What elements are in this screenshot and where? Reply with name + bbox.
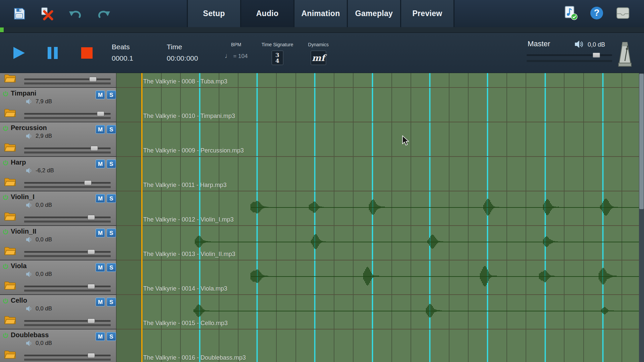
volume-slider-rail[interactable] [24,251,111,253]
volume-slider-rail[interactable] [24,320,111,322]
master-volume-handle[interactable] [593,53,600,58]
open-file-button[interactable] [4,108,16,119]
waveform-clip[interactable] [543,234,558,249]
tab-setup[interactable]: Setup [187,0,240,27]
timeline-lane[interactable]: The Valkyrie - 0013 - Violin_II.mp3 [116,226,644,260]
timeline[interactable]: The Valkyrie - 0008 - Tuba.mp3 The Valky… [116,73,644,362]
solo-button[interactable]: S [107,160,116,168]
waveform-clip[interactable] [311,234,326,250]
volume-slider-handle[interactable] [84,180,92,185]
tab-preview[interactable]: Preview [400,0,454,27]
undo-button[interactable] [68,6,83,21]
solo-button[interactable]: S [107,229,116,237]
stop-button[interactable] [80,47,93,61]
track-power-toggle[interactable] [3,298,8,305]
timeline-lane[interactable]: The Valkyrie - 0012 - Violin_I.mp3 [116,191,644,226]
mute-button[interactable]: M [96,90,105,99]
waveform-clip[interactable] [601,307,614,315]
timeline-lane[interactable]: The Valkyrie - 0014 - Viola.mp3 [116,260,644,295]
timeline-lane[interactable]: The Valkyrie - 0015 - Cello.mp3 [116,295,644,329]
play-button[interactable] [13,46,25,61]
track-power-toggle[interactable] [3,91,8,98]
dynamics-button[interactable]: mf [311,51,326,65]
mute-button[interactable]: M [96,298,105,306]
waveform-clip[interactable] [480,265,497,287]
volume-slider-groove[interactable] [24,82,111,84]
save-button[interactable] [11,6,27,21]
waveform-clip[interactable] [599,266,617,286]
timeline-lane[interactable]: The Valkyrie - 0009 - Percussion.mp3 [116,122,644,157]
volume-slider-handle[interactable] [88,318,95,323]
open-file-button[interactable] [4,350,16,360]
waveform-clip[interactable] [251,197,269,217]
volume-slider-handle[interactable] [91,146,98,151]
volume-slider-rail[interactable] [24,355,111,356]
volume-slider-handle[interactable] [88,284,95,289]
volume-slider-handle[interactable] [97,111,104,116]
pause-button[interactable] [47,46,58,61]
open-file-button[interactable] [4,315,16,326]
waveform-clip[interactable] [195,234,212,249]
track-power-toggle[interactable] [3,194,8,201]
mute-button[interactable]: M [96,160,105,168]
volume-slider-groove[interactable] [24,255,111,257]
timeline-lane[interactable]: The Valkyrie - 0011 - Harp.mp3 [116,157,644,191]
tab-gameplay[interactable]: Gameplay [347,0,400,27]
track-power-toggle[interactable] [3,125,8,132]
volume-slider-handle[interactable] [88,353,95,358]
track-power-toggle[interactable] [3,263,8,270]
track-power-toggle[interactable] [3,333,8,340]
solo-button[interactable]: S [107,298,116,306]
solo-button[interactable]: S [107,332,116,341]
tab-animation[interactable]: Animation [293,0,347,27]
volume-slider-groove[interactable] [24,117,111,119]
volume-slider-rail[interactable] [24,217,111,218]
volume-slider-groove[interactable] [24,324,111,326]
redo-button[interactable] [96,6,111,21]
volume-slider-groove[interactable] [24,290,111,292]
scrollbar-thumb[interactable] [639,74,644,209]
track-power-toggle[interactable] [3,229,8,236]
waveform-clip[interactable] [309,198,324,216]
volume-slider-groove[interactable] [24,186,111,188]
metronome-toggle[interactable] [616,41,633,69]
help-button[interactable]: ? [589,5,604,21]
open-file-button[interactable] [4,143,16,153]
open-file-button[interactable] [4,281,16,291]
solo-button[interactable]: S [107,194,116,203]
volume-slider-rail[interactable] [24,78,111,80]
mute-button[interactable]: M [96,332,105,341]
waveform-clip[interactable] [426,303,442,319]
master-secondary-rail[interactable] [527,60,612,62]
playhead[interactable] [141,73,143,362]
waveform-clip[interactable] [251,265,269,287]
open-file-button[interactable] [4,177,16,188]
waveform-clip[interactable] [194,303,210,318]
volume-slider-rail[interactable] [24,286,111,287]
solo-button[interactable]: S [107,125,116,134]
volume-slider-groove[interactable] [24,221,111,223]
waveform-clip[interactable] [483,198,500,216]
mute-button[interactable]: M [96,125,105,134]
volume-slider-handle[interactable] [89,77,97,82]
volume-slider-rail[interactable] [24,182,111,184]
timeline-lane[interactable]: The Valkyrie - 0016 - Doublebass.mp3 [116,329,644,362]
volume-slider-groove[interactable] [24,359,111,361]
open-file-button[interactable] [4,246,16,257]
solo-button[interactable]: S [107,263,116,272]
waveform-clip[interactable] [363,266,380,286]
delete-button[interactable] [40,6,55,21]
waveform-clip[interactable] [369,198,385,217]
open-file-button[interactable] [4,212,16,222]
tab-audio[interactable]: Audio [240,0,293,27]
waveform-clip[interactable] [600,198,619,217]
waveform-clip[interactable] [427,234,443,250]
mute-button[interactable]: M [96,263,105,272]
waveform-clip[interactable] [543,198,559,216]
volume-slider-groove[interactable] [24,152,111,154]
open-file-button[interactable] [4,74,16,84]
mute-button[interactable]: M [96,229,105,237]
vertical-scrollbar[interactable] [639,73,644,362]
timeline-lane[interactable]: The Valkyrie - 0008 - Tuba.mp3 [116,73,644,88]
mute-button[interactable]: M [96,194,105,203]
